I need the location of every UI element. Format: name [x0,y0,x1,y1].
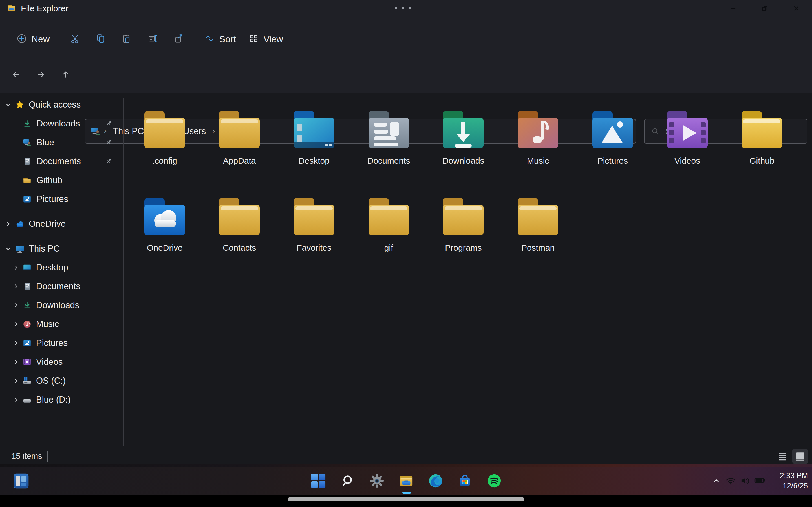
back-button[interactable] [7,66,26,83]
sidebar-item-label: Blue [37,137,54,148]
spotify-icon[interactable] [486,473,502,489]
sidebar-item-label: Documents [36,281,80,291]
desktop-wallpaper [0,464,812,467]
chevron-down-icon[interactable] [4,101,12,108]
sidebar-item-quick-access[interactable]: Quick access [0,95,123,114]
up-button[interactable] [56,66,75,83]
folder-tile-onedrive[interactable]: OneDrive [128,194,202,252]
copy-button[interactable] [88,29,114,49]
chevron-down-icon[interactable] [4,245,12,252]
chevron-right-icon[interactable] [12,377,20,385]
title-bar[interactable]: File Explorer [0,0,812,17]
folder-yellow-icon [214,194,264,239]
toolbar-divider [195,31,195,48]
share-button[interactable] [166,29,192,49]
sidebar-item-onedrive[interactable]: OneDrive [0,214,123,233]
chevron-right-icon[interactable] [12,302,20,309]
folder-tile-programs[interactable]: Programs [426,194,501,252]
rename-button[interactable] [140,29,166,49]
sort-icon [204,33,215,45]
sidebar-item-blue-d-drive[interactable]: Blue (D:) [0,390,123,409]
status-bar: 15 items [0,448,812,464]
folder-tile-appdata[interactable]: AppData [202,107,277,166]
folder-name: Downloads [442,156,484,166]
chevron-right-icon[interactable] [12,264,20,271]
folder-tile-desktop[interactable]: Desktop [277,107,352,166]
widgets-icon[interactable] [13,473,29,489]
sidebar-item-pictures-pc[interactable]: Pictures [0,334,123,352]
sidebar-item-this-pc[interactable]: This PC [0,239,123,258]
star-icon [15,100,25,110]
chevron-right-icon[interactable] [4,220,12,228]
see-more-dots-icon[interactable] [395,7,411,9]
volume-icon[interactable] [738,473,753,489]
window-title: File Explorer [21,4,68,13]
sidebar-item-github[interactable]: Github [0,171,123,189]
sidebar-item-videos[interactable]: Videos [0,352,123,371]
new-button[interactable]: New [10,29,56,49]
folder-tile-downloads[interactable]: Downloads [426,107,501,166]
folder-pictures-icon [588,107,638,152]
sidebar-item-os-c-drive[interactable]: OS (C:) [0,371,123,390]
toolbar-divider [59,31,59,48]
view-button[interactable]: View [242,29,289,49]
sidebar-item-blue[interactable]: Blue [0,133,123,152]
sidebar-item-pictures[interactable]: Pictures [0,189,123,209]
folder-tile-config[interactable]: .config [128,107,202,166]
status-divider [47,451,48,462]
taskbar-clock[interactable]: 2:33 PM 12/6/25 [771,471,808,491]
folder-grid-row-2: OneDrive Contacts Favorites gif Programs… [128,194,575,252]
sort-button[interactable]: Sort [198,29,242,49]
sidebar-item-downloads[interactable]: Downloads [0,114,123,133]
folder-tile-videos[interactable]: Videos [650,107,725,166]
close-button[interactable] [780,0,812,17]
pictures-icon [22,338,32,348]
view-grid-icon [248,33,259,45]
pin-icon [105,138,112,146]
folder-tile-contacts[interactable]: Contacts [202,194,277,252]
details-view-button[interactable] [775,449,791,464]
desktop-screen: File Explorer [0,0,812,507]
sidebar-item-downloads-pc[interactable]: Downloads [0,296,123,315]
battery-icon[interactable] [753,473,767,489]
folder-tile-music[interactable]: Music [501,107,575,166]
sidebar-item-label: Downloads [37,119,80,129]
sidebar-item-label: OneDrive [29,219,66,229]
folder-tile-documents[interactable]: Documents [351,107,426,166]
settings-gear-icon[interactable] [369,473,385,489]
minimize-button[interactable] [717,0,749,17]
sidebar-item-documents-pc[interactable]: Documents [0,277,123,296]
sidebar-item-music[interactable]: Music [0,315,123,334]
pane-separator[interactable] [123,98,124,446]
edge-browser-icon[interactable] [428,473,444,489]
chevron-right-icon[interactable] [12,321,20,328]
start-button-icon[interactable] [310,473,326,489]
folder-tile-github[interactable]: Github [725,107,799,166]
folder-tile-gif[interactable]: gif [351,194,426,252]
large-icons-view-button[interactable] [792,449,808,464]
sidebar-item-documents[interactable]: Documents [0,152,123,171]
folder-tile-favorites[interactable]: Favorites [277,194,352,252]
restore-button[interactable] [749,0,780,17]
rename-icon [147,33,158,45]
microsoft-store-icon[interactable] [457,473,473,489]
paste-button[interactable] [114,29,140,49]
taskbar-search-icon[interactable] [340,473,356,489]
cut-button[interactable] [62,29,88,49]
folder-tile-pictures[interactable]: Pictures [575,107,650,166]
explorer-tab[interactable]: File Explorer [7,0,68,17]
chevron-right-icon[interactable] [12,396,20,403]
file-explorer-taskbar-icon[interactable] [398,473,414,489]
wifi-icon[interactable] [723,473,738,489]
forward-button[interactable] [32,66,50,83]
chevron-right-icon[interactable] [12,358,20,365]
taskbar-icons [310,473,502,489]
folder-yellow-icon [140,107,190,152]
folder-videos-icon [663,107,712,152]
download-icon [22,300,32,311]
tray-expand-chevron-icon[interactable] [709,473,723,489]
chevron-right-icon[interactable] [12,283,20,290]
chevron-right-icon[interactable] [12,339,20,347]
sidebar-item-desktop[interactable]: Desktop [0,258,123,277]
folder-tile-postman[interactable]: Postman [501,194,575,252]
